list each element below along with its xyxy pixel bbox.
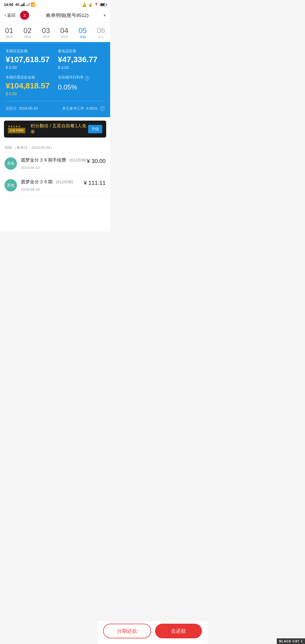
status-time: 14:50	[4, 3, 13, 7]
tab-month-05[interactable]: 05 本期	[73, 23, 92, 42]
tab-03-year: 2019	[37, 35, 55, 38]
tx-date-2: 2019-04-10	[21, 187, 106, 192]
due-date-item: 还款日 2019-05-23	[6, 106, 38, 111]
tx-title-1: 圆梦金分３６期手续费	[21, 158, 66, 162]
exchange-rate-item: 美元参考汇率 6.9201 ?	[62, 106, 104, 111]
dropdown-arrow-icon[interactable]: ▾	[104, 13, 106, 18]
signal-icon	[20, 3, 25, 6]
tx-content-1: 圆梦金分３６期手续费 (012/036) ¥ 30.00 2019-04-10	[21, 157, 106, 170]
ad-badge-area: ★★★★★ 白金卡特权	[8, 125, 28, 133]
app-container: 14:50 4G 📶 🔔 🔒 📍	[0, 0, 110, 232]
exchange-rate-label: 美元参考汇率	[62, 106, 84, 111]
daily-rate-help-icon[interactable]: ?	[85, 76, 90, 80]
summary-panel: 本期应还款额 ¥107,618.57 $ 0.00 最低还款额 ¥47,336.…	[0, 43, 110, 117]
tx-row-1: 圆梦金分３６期手续费 (012/036) ¥ 30.00	[21, 157, 106, 164]
summary-row-2: 本期仍需还款金额 ¥104,818.57 $ 0.00 当前循环日利率 ? 0.…	[6, 75, 104, 96]
exchange-rate-help-icon[interactable]: ?	[100, 106, 104, 111]
tab-month-01[interactable]: 01 2019	[0, 23, 18, 42]
min-pay-label: 最低还款额	[58, 49, 104, 54]
status-bar: 14:50 4G 📶 🔔 🔒 📍	[0, 0, 110, 8]
detail-section-header: 明细 （账单日：2019-05-04）	[0, 141, 110, 153]
tx-icon-1: 其他	[5, 157, 17, 170]
tab-01-num: 01	[0, 27, 18, 34]
tx-icon-label-1: 其他	[7, 161, 14, 166]
summary-row-1: 本期应还款额 ¥107,618.57 $ 0.00 最低还款额 ¥47,336.…	[6, 49, 104, 70]
lock-icon: 🔒	[88, 3, 93, 7]
tab-month-04[interactable]: 04 2019	[55, 23, 73, 42]
daily-rate-value: 0.05%	[58, 83, 104, 91]
battery-icon	[100, 3, 106, 6]
daily-rate-label-row: 当前循环日利率 ?	[58, 75, 104, 82]
current-due-usd: $ 0.00	[6, 65, 52, 70]
remaining-usd: $ 0.00	[6, 92, 52, 96]
tab-06-year: 未出	[92, 35, 110, 39]
icbc-logo-svg: 工	[21, 12, 28, 19]
svg-text:工: 工	[23, 14, 26, 17]
tx-title-2: 圆梦金分３６期	[21, 179, 53, 184]
network-type: 4G	[15, 3, 19, 6]
min-pay-col: 最低还款额 ¥47,336.77 $ 0.00	[58, 49, 104, 70]
current-due-col: 本期应还款额 ¥107,618.57 $ 0.00	[6, 49, 52, 70]
icbc-logo: 工	[20, 11, 29, 20]
transaction-item-2: 其他 圆梦金分３６期 (012/036) ¥ 111.11 2019-04-10	[0, 175, 110, 196]
tx-period-1: (012/036)	[69, 158, 86, 162]
month-tab-bar: 01 2019 02 2019 03 2019 04 2019 05 本期 06…	[0, 23, 110, 43]
remaining-col: 本期仍需还款金额 ¥104,818.57 $ 0.00	[6, 75, 52, 96]
ad-banner[interactable]: ★★★★★ 白金卡特权 积分翻倍 / 五星自助餐1人免单 升级	[4, 121, 106, 138]
tab-month-06[interactable]: 06 未出	[92, 23, 110, 42]
ad-badge-label: 白金卡特权	[8, 128, 25, 133]
ad-stars: ★★★★★	[8, 125, 28, 128]
tx-amount-1: ¥ 30.00	[87, 158, 106, 164]
status-left: 14:50 4G 📶	[4, 2, 35, 7]
remaining-amount: ¥104,818.57	[6, 82, 52, 90]
tx-amount-2: ¥ 111.11	[84, 180, 106, 186]
ad-main-text: 积分翻倍 / 五星自助餐1人免单	[30, 123, 88, 135]
chevron-left-icon: ‹	[5, 13, 6, 18]
tx-icon-label-2: 其他	[7, 183, 14, 188]
tx-row-2: 圆梦金分３６期 (012/036) ¥ 111.11	[21, 179, 106, 186]
due-date-label: 还款日	[6, 106, 17, 111]
min-pay-usd: $ 0.00	[58, 65, 104, 70]
tx-icon-2: 其他	[5, 179, 17, 192]
tab-month-02[interactable]: 02 2019	[18, 23, 37, 42]
remaining-label: 本期仍需还款金额	[6, 75, 52, 80]
wifi-icon: 📶	[30, 2, 35, 7]
back-label: 返回	[7, 13, 16, 18]
detail-date-note: （账单日：2019-05-04）	[13, 145, 54, 150]
page-title: 账单明细(尾号8512)	[32, 12, 103, 19]
tx-period-2: (012/036)	[56, 180, 73, 184]
daily-rate-col: 当前循环日利率 ? 0.05%	[58, 75, 104, 96]
tab-01-year: 2019	[0, 35, 18, 38]
current-due-label: 本期应还款额	[6, 49, 52, 54]
transaction-item: 其他 圆梦金分３６期手续费 (012/036) ¥ 30.00 2019-04-…	[0, 153, 110, 175]
tab-03-num: 03	[37, 27, 55, 34]
detail-label: 明细	[5, 145, 12, 150]
tab-04-year: 2019	[55, 35, 73, 38]
tab-month-03[interactable]: 03 2019	[37, 23, 55, 42]
tab-02-num: 02	[18, 27, 37, 34]
due-date-value: 2019-05-23	[19, 106, 38, 110]
tab-06-num: 06	[92, 27, 110, 34]
tab-02-year: 2019	[18, 35, 37, 38]
location-icon: 📍	[94, 3, 99, 7]
tx-content-2: 圆梦金分３６期 (012/036) ¥ 111.11 2019-04-10	[21, 179, 106, 192]
current-due-amount: ¥107,618.57	[6, 55, 52, 64]
daily-rate-label: 当前循环日利率	[58, 75, 84, 80]
bell-icon: 🔔	[82, 2, 87, 7]
back-button[interactable]: ‹ 返回	[5, 13, 16, 18]
tx-title-area-1: 圆梦金分３６期手续费 (012/036)	[21, 157, 86, 163]
status-right: 🔔 🔒 📍	[82, 2, 106, 7]
min-pay-amount: ¥47,336.77	[58, 55, 104, 64]
tab-05-year: 本期	[73, 35, 92, 39]
ad-upgrade-button[interactable]: 升级	[88, 125, 102, 133]
tab-04-num: 04	[55, 27, 73, 34]
summary-divider	[6, 101, 104, 101]
tx-title-area-2: 圆梦金分３６期 (012/036)	[21, 179, 73, 185]
tx-date-1: 2019-04-10	[21, 166, 106, 170]
tab-05-num: 05	[73, 27, 92, 34]
exchange-rate-value: 6.9201	[86, 106, 98, 110]
header: ‹ 返回 工 账单明细(尾号8512) ▾	[0, 8, 110, 23]
summary-footer: 还款日 2019-05-23 美元参考汇率 6.9201 ?	[6, 106, 104, 111]
signal-icon-2	[25, 3, 30, 6]
